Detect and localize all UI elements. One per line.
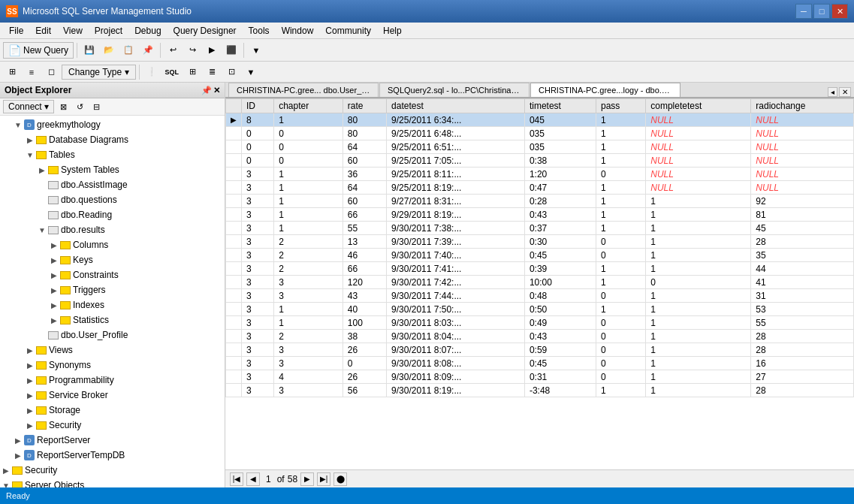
redo-button[interactable]: ↪ bbox=[183, 41, 201, 59]
tree-item-triggers[interactable]: ▶Triggers bbox=[0, 282, 225, 297]
results-area[interactable]: IDchapterratedatetesttimetestpasscomplet… bbox=[225, 98, 854, 469]
tree-expand-reading[interactable] bbox=[36, 209, 48, 221]
tree-item-greekmythology[interactable]: ▼Dgreekmythology bbox=[0, 117, 225, 132]
table-row[interactable]: 31559/30/2011 7:38:...0:371145 bbox=[226, 222, 854, 235]
oe-refresh-btn[interactable]: ↺ bbox=[72, 100, 87, 113]
oe-close-icon[interactable]: ✕ bbox=[213, 86, 220, 95]
save-button[interactable]: 💾 bbox=[80, 41, 98, 59]
toolbar2-btn2[interactable]: ≡ bbox=[23, 63, 41, 81]
tab-1[interactable]: SQLQuery2.sql - lo...PC\Christina (58)) bbox=[379, 83, 530, 97]
close-button[interactable]: ✕ bbox=[831, 4, 848, 19]
table-row[interactable]: 31409/30/2011 7:50:...0:501153 bbox=[226, 303, 854, 316]
exclamation-button[interactable]: ❕ bbox=[143, 63, 161, 81]
menu-item-debug[interactable]: Debug bbox=[128, 23, 167, 38]
maximize-button[interactable]: □ bbox=[813, 4, 830, 19]
tree-expand-systemtables[interactable]: ▶ bbox=[36, 164, 48, 176]
stop-nav-btn[interactable]: ⬤ bbox=[333, 472, 347, 486]
table-row[interactable]: 31649/25/2011 8:19:...0:471NULLNULL bbox=[226, 181, 854, 195]
tree-expand-security2[interactable]: ▶ bbox=[0, 464, 12, 476]
table-row[interactable]: 3309/30/2011 8:08:...0:450116 bbox=[226, 357, 854, 370]
tree-expand-results[interactable]: ▼ bbox=[36, 224, 48, 236]
tree-expand-diagrams[interactable]: ▶ bbox=[24, 134, 36, 146]
table-row[interactable]: 33269/30/2011 8:07:...0:590128 bbox=[226, 343, 854, 357]
tree-expand-userprofile[interactable] bbox=[36, 329, 48, 341]
tree-expand-columns[interactable]: ▶ bbox=[48, 239, 60, 251]
tree-item-indexes[interactable]: ▶Indexes bbox=[0, 297, 225, 312]
menu-item-edit[interactable]: Edit bbox=[29, 23, 57, 38]
table-row[interactable]: 33439/30/2011 7:44:...0:480131 bbox=[226, 289, 854, 303]
tab-0[interactable]: CHRISTINA-PC.gree... dbo.User_Profile bbox=[228, 83, 379, 97]
tree-expand-reportserver[interactable]: ▶ bbox=[12, 434, 24, 446]
tree-item-views[interactable]: ▶Views bbox=[0, 343, 225, 358]
tree-item-tables[interactable]: ▼Tables bbox=[0, 147, 225, 162]
tree-expand-questions[interactable] bbox=[36, 194, 48, 206]
tree-item-userprofile[interactable]: dbo.User_Profile bbox=[0, 327, 225, 343]
tree-item-servicebroker[interactable]: ▶Service Broker bbox=[0, 388, 225, 403]
table-row[interactable]: 33569/30/2011 8:19:...-3:481128 bbox=[226, 384, 854, 397]
tree-expand-storage[interactable]: ▶ bbox=[24, 404, 36, 416]
tree-item-security[interactable]: ▶Security bbox=[0, 418, 225, 433]
tree-item-assistimage[interactable]: dbo.AssistImage bbox=[0, 177, 225, 192]
next-page-btn[interactable]: ▶ bbox=[300, 472, 314, 486]
tree-item-reading[interactable]: dbo.Reading bbox=[0, 207, 225, 222]
tree-item-diagrams[interactable]: ▶Database Diagrams bbox=[0, 132, 225, 147]
menu-item-community[interactable]: Community bbox=[319, 23, 377, 38]
table-row[interactable]: 00649/25/2011 6:51:...0351NULLNULL bbox=[226, 140, 854, 154]
last-page-btn[interactable]: ▶| bbox=[317, 472, 330, 486]
table-row[interactable]: 31609/27/2011 8:31:...0:281192 bbox=[226, 195, 854, 208]
menu-item-project[interactable]: Project bbox=[89, 23, 128, 38]
stop-button[interactable]: ⬛ bbox=[222, 41, 240, 59]
toolbar2-btn3[interactable]: ◻ bbox=[42, 63, 60, 81]
toolbar2-btn1[interactable]: ⊞ bbox=[3, 63, 21, 81]
list-button[interactable]: ≣ bbox=[203, 63, 221, 81]
oe-disconnect-btn[interactable]: ⊠ bbox=[56, 100, 71, 113]
tree-item-keys[interactable]: ▶Keys bbox=[0, 252, 225, 267]
menu-item-tools[interactable]: Tools bbox=[243, 23, 276, 38]
table-row[interactable]: 34269/30/2011 8:09:...0:310127 bbox=[226, 370, 854, 384]
tree-item-reportservertempdb[interactable]: ▶DReportServerTempDB bbox=[0, 448, 225, 463]
tree-item-statistics[interactable]: ▶Statistics bbox=[0, 312, 225, 327]
more-button[interactable]: ▼ bbox=[247, 41, 265, 59]
tree-expand-tables[interactable]: ▼ bbox=[24, 149, 36, 161]
tree-expand-indexes[interactable]: ▶ bbox=[48, 299, 60, 311]
tree-expand-synonyms[interactable]: ▶ bbox=[24, 359, 36, 371]
change-type-button[interactable]: Change Type ▾ bbox=[62, 65, 136, 80]
menu-item-view[interactable]: View bbox=[57, 23, 89, 38]
tree-item-systemtables[interactable]: ▶System Tables bbox=[0, 162, 225, 177]
filter-button[interactable]: ⊡ bbox=[222, 63, 240, 81]
table-row[interactable]: 31369/25/2011 8:11:...1:200NULLNULL bbox=[226, 167, 854, 181]
tree-expand-reportservertempdb[interactable]: ▶ bbox=[12, 449, 24, 461]
table-row[interactable]: 32139/30/2011 7:39:...0:300128 bbox=[226, 235, 854, 249]
minimize-button[interactable]: ─ bbox=[795, 4, 812, 19]
connect-button[interactable]: Connect ▾ bbox=[3, 100, 54, 113]
tree-expand-security[interactable]: ▶ bbox=[24, 419, 36, 431]
tree-expand-statistics[interactable]: ▶ bbox=[48, 314, 60, 326]
tree-expand-greekmythology[interactable]: ▼ bbox=[12, 119, 24, 131]
table-row[interactable]: 32669/30/2011 7:41:...0:391144 bbox=[226, 262, 854, 276]
prev-page-btn[interactable]: ◀ bbox=[246, 472, 260, 486]
tree-item-results[interactable]: ▼dbo.results bbox=[0, 222, 225, 237]
new-query-button[interactable]: 📄 New Query bbox=[3, 42, 74, 59]
tree-expand-programmability[interactable]: ▶ bbox=[24, 374, 36, 386]
tree-item-security2[interactable]: ▶Security bbox=[0, 463, 225, 478]
paste-button[interactable]: 📌 bbox=[139, 41, 157, 59]
tree-item-columns[interactable]: ▶Columns bbox=[0, 237, 225, 252]
tree-expand-constraints[interactable]: ▶ bbox=[48, 269, 60, 281]
tree-item-programmability[interactable]: ▶Programmability bbox=[0, 373, 225, 388]
tree-expand-views[interactable]: ▶ bbox=[24, 344, 36, 356]
table-row[interactable]: 00609/25/2011 7:05:...0:381NULLNULL bbox=[226, 154, 854, 167]
tree-expand-assistimage[interactable] bbox=[36, 179, 48, 191]
tree-item-serverobjects[interactable]: ▼Server Objects bbox=[0, 478, 225, 487]
open-button[interactable]: 📂 bbox=[100, 41, 118, 59]
undo-button[interactable]: ↩ bbox=[164, 41, 182, 59]
menu-item-window[interactable]: Window bbox=[276, 23, 320, 38]
tree-expand-keys[interactable]: ▶ bbox=[48, 254, 60, 266]
table-row[interactable]: 00809/25/2011 6:48:...0351NULLNULL bbox=[226, 127, 854, 140]
first-page-btn[interactable]: |◀ bbox=[230, 472, 243, 486]
tree-item-synonyms[interactable]: ▶Synonyms bbox=[0, 358, 225, 373]
menu-item-query designer[interactable]: Query Designer bbox=[167, 23, 243, 38]
tree-item-reportserver[interactable]: ▶DReportServer bbox=[0, 433, 225, 448]
menu-item-file[interactable]: File bbox=[3, 23, 29, 38]
copy-button[interactable]: 📋 bbox=[119, 41, 137, 59]
table-row[interactable]: 331209/30/2011 7:42:...10:001041 bbox=[226, 276, 854, 289]
